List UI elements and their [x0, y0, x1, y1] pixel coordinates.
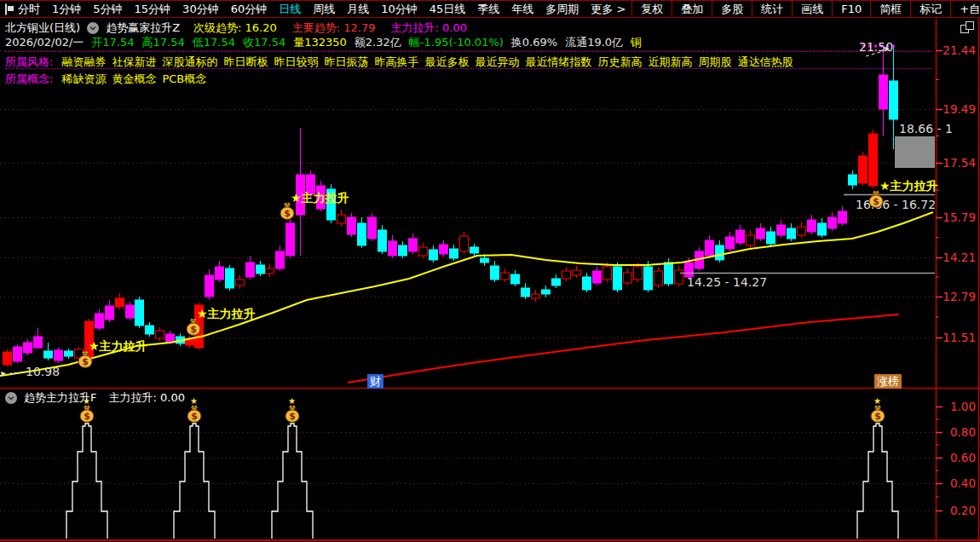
zone-markers [680, 46, 935, 274]
panel-title: 趋势主力拉升F [24, 390, 96, 406]
spike [174, 424, 215, 539]
panel-header: 趋势主力拉升F 主力拉升: 0.00 [3, 390, 185, 406]
chevron-circle-icon[interactable] [5, 392, 17, 404]
gridlines [0, 51, 935, 511]
panel-value: 主力拉升: 0.00 [108, 390, 184, 406]
spike [857, 424, 898, 539]
trend-line [348, 314, 899, 383]
main-chart-canvas[interactable] [0, 0, 980, 542]
trading-app-window: { "menu": { "items": [ {"label":"分时","ac… [0, 0, 980, 542]
spike [272, 424, 313, 539]
signal-spikes [66, 424, 898, 539]
candles [3, 45, 898, 366]
spike [66, 424, 107, 539]
annotation-arrows [1, 47, 890, 376]
